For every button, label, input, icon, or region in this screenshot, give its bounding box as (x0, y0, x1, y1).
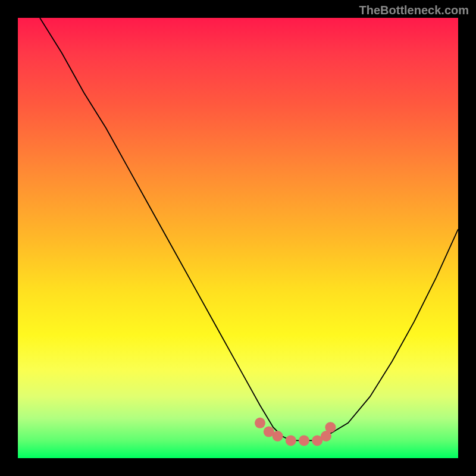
marker-dot (255, 418, 265, 428)
marker-dot (325, 422, 336, 433)
watermark-text: TheBottleneck.com (359, 4, 469, 17)
plot-area (18, 18, 458, 458)
chart-svg (18, 18, 458, 458)
bottleneck-curve-path (40, 18, 458, 440)
marker-dots-group (255, 418, 336, 446)
marker-dot (273, 431, 283, 441)
marker-dot (286, 435, 296, 446)
marker-dot (299, 435, 309, 446)
